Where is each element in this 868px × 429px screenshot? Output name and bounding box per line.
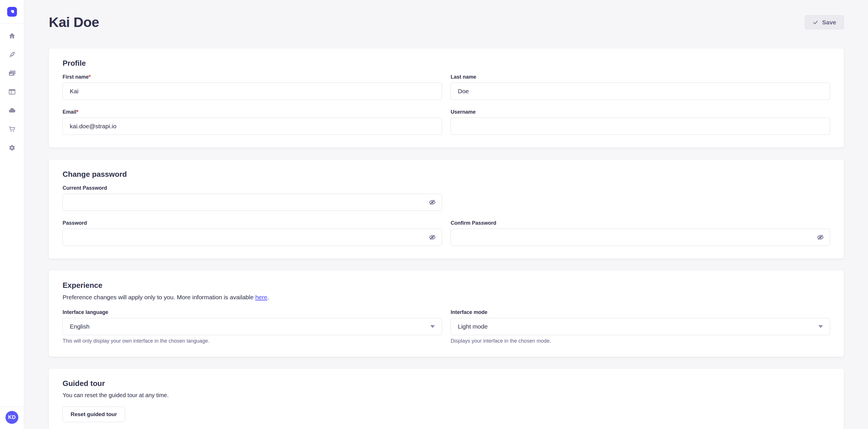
- save-button-label: Save: [822, 19, 836, 26]
- toggle-password-visibility-button[interactable]: [427, 232, 437, 242]
- strapi-home-button[interactable]: [7, 7, 17, 16]
- interface-mode-select[interactable]: Light mode: [451, 318, 830, 335]
- strapi-logo-icon: [9, 9, 15, 14]
- experience-heading: Experience: [63, 281, 830, 290]
- confirm-password-label: Confirm Password: [451, 220, 830, 226]
- current-password-label: Current Password: [63, 185, 442, 191]
- save-button[interactable]: Save: [805, 15, 844, 29]
- interface-language-select[interactable]: English: [63, 318, 442, 335]
- interface-language-field: Interface language English This will onl…: [63, 309, 442, 344]
- username-field: Username: [451, 109, 830, 135]
- sidebar-item-media-library[interactable]: [6, 67, 18, 79]
- check-icon: [813, 20, 818, 25]
- change-password-section: Change password Current Password: [49, 160, 844, 259]
- toggle-current-password-visibility-button[interactable]: [427, 197, 437, 207]
- last-name-input[interactable]: [451, 82, 830, 100]
- interface-mode-label: Interface mode: [451, 309, 830, 316]
- profile-section: Profile First name* Last name Email* Use…: [49, 48, 844, 147]
- settings-gear-icon: [8, 144, 16, 152]
- more-information-link[interactable]: here: [255, 294, 267, 300]
- eye-slash-icon: [429, 199, 436, 206]
- change-password-heading: Change password: [63, 170, 830, 179]
- sidebar-item-home[interactable]: [6, 30, 18, 42]
- confirm-password-input[interactable]: [451, 229, 830, 246]
- sidebar-item-settings[interactable]: [6, 142, 18, 154]
- current-password-field: Current Password: [63, 185, 442, 211]
- guided-tour-description: You can reset the guided tour at any tim…: [63, 392, 830, 399]
- sidebar-item-cloud[interactable]: [6, 105, 18, 116]
- sidebar-item-marketplace[interactable]: [6, 123, 18, 135]
- experience-section: Experience Preference changes will apply…: [49, 271, 844, 357]
- email-field: Email*: [63, 109, 442, 135]
- profile-heading: Profile: [63, 59, 830, 68]
- user-avatar[interactable]: KD: [5, 411, 19, 424]
- interface-mode-hint: Displays your interface in the chosen mo…: [451, 338, 830, 344]
- reset-guided-tour-button[interactable]: Reset guided tour: [63, 407, 125, 422]
- first-name-input[interactable]: [63, 82, 442, 100]
- new-password-field: Password: [63, 220, 442, 246]
- feather-icon: [8, 51, 16, 58]
- cloud-icon: [8, 107, 16, 114]
- experience-description: Preference changes will apply only to yo…: [63, 294, 830, 301]
- required-asterisk: *: [89, 74, 91, 80]
- eye-slash-icon: [817, 234, 824, 241]
- page-header: Kai Doe Save: [49, 14, 844, 30]
- chevron-down-icon: [818, 325, 823, 328]
- interface-mode-value: Light mode: [458, 323, 488, 330]
- username-label: Username: [451, 109, 830, 115]
- email-label: Email: [63, 109, 76, 115]
- media-library-icon: [8, 69, 16, 77]
- guided-tour-heading: Guided tour: [63, 379, 830, 388]
- guided-tour-section: Guided tour You can reset the guided tou…: [49, 369, 844, 429]
- confirm-password-field: Confirm Password: [451, 220, 830, 246]
- last-name-label: Last name: [451, 74, 830, 80]
- last-name-field: Last name: [451, 74, 830, 100]
- main-nav-sidebar: KD: [0, 0, 24, 429]
- current-password-input[interactable]: [63, 194, 442, 211]
- chevron-down-icon: [430, 325, 435, 328]
- password-input[interactable]: [63, 229, 442, 246]
- sidebar-item-content-manager[interactable]: [6, 86, 18, 98]
- marketplace-cart-icon: [8, 125, 16, 133]
- main-content: Kai Doe Save Profile First name* Last na…: [24, 0, 868, 429]
- required-asterisk: *: [76, 109, 79, 115]
- page-title: Kai Doe: [49, 14, 99, 30]
- username-input[interactable]: [451, 118, 830, 135]
- toggle-confirm-password-visibility-button[interactable]: [815, 232, 826, 242]
- home-icon: [8, 32, 16, 40]
- logo-section: [0, 0, 24, 24]
- sidebar-footer: KD: [0, 407, 24, 429]
- interface-language-value: English: [70, 323, 90, 330]
- first-name-label: First name: [63, 74, 89, 80]
- interface-language-label: Interface language: [63, 309, 442, 316]
- first-name-field: First name*: [63, 74, 442, 100]
- email-input[interactable]: [63, 118, 442, 135]
- sidebar-nav: [0, 24, 24, 407]
- sidebar-item-content-type-builder[interactable]: [6, 49, 18, 60]
- layout-icon: [8, 88, 16, 96]
- interface-language-hint: This will only display your own interfac…: [63, 338, 442, 344]
- password-label: Password: [63, 220, 442, 226]
- eye-slash-icon: [429, 234, 436, 241]
- interface-mode-field: Interface mode Light mode Displays your …: [451, 309, 830, 344]
